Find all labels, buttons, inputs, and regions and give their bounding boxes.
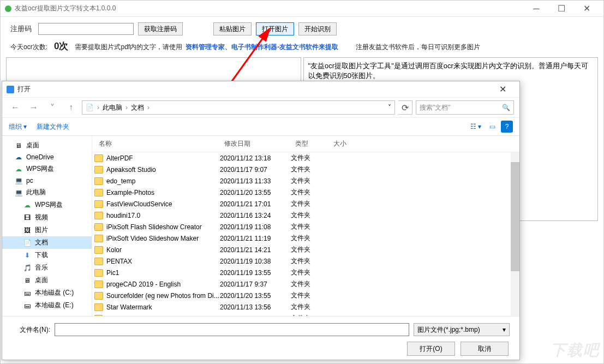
file-row[interactable]: edo_temp2020/11/13 11:33文件夹 — [92, 175, 519, 187]
breadcrumb-dropdown-icon[interactable]: ˅ — [388, 104, 391, 111]
file-row[interactable]: Example-Photos2020/11/20 13:55文件夹 — [92, 187, 519, 198]
hint-text-1: 需要提取图片式pdf内的文字，请使用 — [75, 43, 182, 52]
file-name: Sourcefolder (eg new Photos from Di... — [106, 292, 219, 300]
file-type: 文件夹 — [291, 199, 329, 208]
minimize-button[interactable]: ─ — [524, 1, 549, 17]
file-row[interactable]: AlterPDF2020/11/12 13:18文件夹 — [92, 152, 519, 164]
nav-item-label: 视频 — [35, 213, 48, 222]
header-size[interactable]: 大小 — [329, 139, 517, 148]
file-name: Wondershare DVD Slideshow Builder... — [106, 315, 220, 317]
nav-item[interactable]: 桌面 — [2, 139, 92, 152]
file-row[interactable]: iPixSoft Flash Slideshow Creator2020/11/… — [92, 221, 519, 232]
breadcrumb[interactable]: 📄 › 此电脑 › 文档 › ˅ — [82, 100, 395, 115]
file-row[interactable]: FastViewCloudService2020/11/21 17:01文件夹 — [92, 198, 519, 210]
nav-item[interactable]: pc — [2, 175, 92, 186]
open-file-dialog: 打开 ✕ ← → ˅ ↑ 📄 › 此电脑 › 文档 › ˅ ⟳ 搜索"文档" 🔍… — [2, 81, 520, 360]
file-row[interactable]: iPixSoft Video Slideshow Maker2020/11/21… — [92, 232, 519, 244]
dialog-open-button[interactable]: 打开(O) — [407, 342, 455, 356]
nav-up-button[interactable]: ↑ — [63, 100, 79, 115]
folder-icon — [94, 212, 103, 219]
header-date[interactable]: 修改日期 — [220, 139, 291, 148]
search-placeholder: 搜索"文档" — [420, 103, 451, 112]
dialog-footer: 文件名(N): 图片文件(*.jpg;*.bmp) ▾ 打开(O) 取消 — [2, 316, 519, 360]
hint-link[interactable]: 资料管理专家、电子书制作利器-友益文书软件来提取 — [186, 43, 338, 52]
ic-cloud-wps-icon — [23, 201, 32, 209]
nav-item[interactable]: 此电脑 — [2, 186, 92, 199]
file-row[interactable]: PENTAX2020/11/19 10:38文件夹 — [92, 255, 519, 267]
dialog-cancel-button[interactable]: 取消 — [461, 342, 509, 356]
file-type: 文件夹 — [291, 291, 329, 300]
file-row[interactable]: Star Watermark2020/11/13 13:56文件夹 — [92, 301, 519, 313]
file-date: 2020/11/20 13:55 — [220, 189, 291, 196]
nav-recent-button[interactable]: ˅ — [45, 100, 60, 115]
view-options-button[interactable]: ☷ ▾ — [468, 121, 483, 133]
open-image-button[interactable]: 打开图片 — [256, 22, 294, 35]
nav-item-label: pc — [26, 177, 33, 184]
nav-item-label: 本地磁盘 (E:) — [35, 301, 74, 310]
nav-item[interactable]: 桌面 — [2, 274, 92, 287]
ic-cloud-od-icon — [14, 153, 23, 161]
vertical-scrollbar[interactable] — [511, 152, 519, 316]
folder-icon — [94, 200, 103, 208]
file-date: 2020/11/21 11:19 — [220, 235, 291, 242]
dialog-title: 打开 — [17, 85, 490, 94]
nav-item[interactable]: 音乐 — [2, 261, 92, 274]
toolbar: 注册码 获取注册码 粘贴图片 打开图片 开始识别 — [1, 17, 603, 38]
new-folder-button[interactable]: 新建文件夹 — [37, 122, 69, 132]
file-type-filter[interactable]: 图片文件(*.jpg;*.bmp) ▾ — [414, 323, 510, 336]
header-name[interactable]: 名称 — [94, 139, 220, 148]
file-row[interactable]: Pic12020/11/19 13:55文件夹 — [92, 267, 519, 278]
refresh-button[interactable]: ⟳ — [398, 100, 412, 115]
nav-back-button[interactable]: ← — [8, 100, 23, 115]
file-type: 文件夹 — [291, 188, 329, 197]
preview-pane-button[interactable]: ▭ — [485, 121, 500, 133]
search-input[interactable]: 搜索"文档" 🔍 — [416, 100, 514, 115]
file-row[interactable]: Apeaksoft Studio2020/11/17 9:07文件夹 — [92, 164, 519, 175]
nav-forward-button[interactable]: → — [26, 100, 41, 115]
nav-item[interactable]: 文档 — [2, 236, 92, 249]
nav-item[interactable]: 图片 — [2, 224, 92, 236]
file-list[interactable]: AlterPDF2020/11/12 13:18文件夹Apeaksoft Stu… — [92, 152, 519, 316]
file-row[interactable]: Kolor2020/11/21 14:21文件夹 — [92, 244, 519, 255]
hint-text-2: 注册友益文书软件后，每日可识别更多图片 — [356, 43, 480, 52]
nav-item[interactable]: WPS网盘 — [2, 163, 92, 175]
header-type[interactable]: 类型 — [291, 139, 329, 148]
file-type: 文件夹 — [291, 314, 329, 316]
ic-pc-icon — [14, 177, 23, 184]
file-type: 文件夹 — [291, 211, 329, 220]
reg-code-input[interactable] — [38, 23, 134, 35]
navigation-pane[interactable]: 桌面OneDriveWPS网盘pc此电脑WPS网盘视频图片文档下载音乐桌面本地磁… — [2, 136, 92, 316]
maximize-button[interactable]: ☐ — [549, 1, 574, 17]
nav-item-label: 下载 — [35, 250, 48, 260]
nav-item[interactable]: 视频 — [2, 211, 92, 224]
start-ocr-button[interactable]: 开始识别 — [298, 22, 337, 35]
help-button[interactable]: ? — [501, 121, 513, 133]
reg-label: 注册码 — [10, 24, 32, 34]
nav-item[interactable]: WPS网盘 — [2, 199, 92, 211]
nav-item[interactable]: OneDrive — [2, 152, 92, 163]
nav-item[interactable]: 本地磁盘 (C:) — [2, 287, 92, 299]
breadcrumb-folder[interactable]: 文档 — [131, 103, 144, 112]
file-list-header[interactable]: 名称 修改日期 类型 大小 — [92, 136, 519, 152]
file-name: FastViewCloudService — [106, 200, 172, 208]
file-row[interactable]: Sourcefolder (eg new Photos from Di...20… — [92, 290, 519, 301]
file-row[interactable]: houdini17.02020/11/16 13:24文件夹 — [92, 210, 519, 221]
file-row[interactable]: Wondershare DVD Slideshow Builder...2020… — [92, 313, 519, 316]
dialog-close-button[interactable]: ✕ — [490, 81, 515, 98]
nav-item[interactable]: 本地磁盘 (E:) — [2, 299, 92, 312]
nav-item[interactable]: 下载 — [2, 249, 92, 261]
file-row[interactable]: progeCAD 2019 - English2020/11/17 9:37文件… — [92, 278, 519, 290]
filename-input[interactable] — [55, 323, 409, 336]
file-name: Example-Photos — [106, 189, 154, 196]
folder-icon — [94, 189, 103, 196]
file-type: 文件夹 — [291, 176, 329, 186]
close-button[interactable]: ✕ — [574, 1, 599, 17]
breadcrumb-root[interactable]: 此电脑 — [103, 103, 122, 112]
file-type: 文件夹 — [291, 279, 329, 289]
paste-image-button[interactable]: 粘贴图片 — [213, 22, 252, 35]
dialog-icon — [7, 86, 14, 93]
organize-menu[interactable]: 组织 ▾ — [9, 122, 27, 132]
file-name: Apeaksoft Studio — [106, 166, 156, 174]
get-reg-code-button[interactable]: 获取注册码 — [138, 22, 183, 35]
ic-video-icon — [23, 214, 32, 222]
